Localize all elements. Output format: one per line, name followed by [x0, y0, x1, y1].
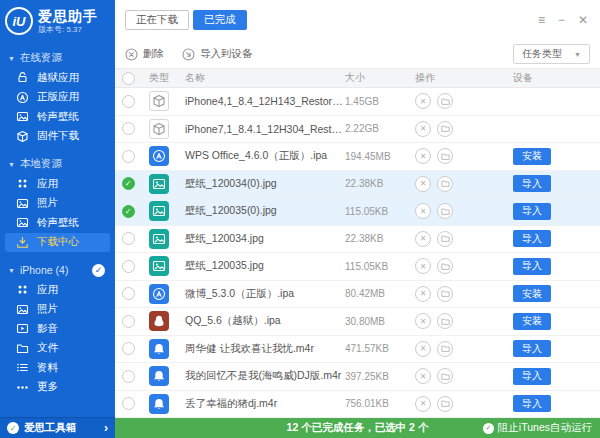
- import-to-device-button[interactable]: 导入到设备: [182, 47, 253, 61]
- filetype-jpg-icon: [149, 174, 169, 194]
- row-checkbox[interactable]: [122, 122, 135, 135]
- close-icon[interactable]: ✕: [578, 14, 588, 26]
- file-size: 194.45MB: [345, 151, 415, 162]
- delete-task-button[interactable]: ✕: [415, 176, 431, 192]
- file-size: 22.38KB: [345, 233, 415, 244]
- table-body: iPhone4,1_8.4_12H143_Restore.ipsw1.45GB✕…: [115, 88, 600, 418]
- sidebar-item-wallpaper[interactable]: 铃声壁纸: [5, 213, 110, 233]
- sidebar-item-apps-grid[interactable]: 应用: [5, 174, 110, 194]
- row-checkbox[interactable]: [122, 315, 135, 328]
- table-row: 微博_5.3.0（正版）.ipa80.42MB✕安装: [115, 281, 600, 309]
- file-name: 壁纸_120034(0).jpg: [177, 177, 345, 191]
- sidebar-item-wallpaper[interactable]: 铃声壁纸: [5, 107, 110, 127]
- delete-task-button[interactable]: ✕: [415, 148, 431, 164]
- delete-task-button[interactable]: ✕: [415, 258, 431, 274]
- delete-task-button[interactable]: ✕: [415, 203, 431, 219]
- row-checkbox[interactable]: [122, 370, 135, 383]
- delete-task-button[interactable]: ✕: [415, 286, 431, 302]
- row-checkbox[interactable]: ✓: [122, 177, 135, 190]
- sidebar-section-header[interactable]: ▼本地资源: [0, 154, 115, 174]
- menu-icon[interactable]: ≡: [538, 14, 545, 26]
- table-row: iPhone4,1_8.4_12H143_Restore.ipsw1.45GB✕: [115, 88, 600, 116]
- filetype-qq-icon: [149, 311, 169, 331]
- toolbox-button[interactable]: ✓ 爱思工具箱 ›: [0, 417, 115, 438]
- install-button[interactable]: 安装: [513, 285, 551, 302]
- sidebar-item-label: 应用: [37, 283, 58, 297]
- table-row: 壁纸_120034.jpg22.38KB✕导入: [115, 226, 600, 254]
- sidebar-item-appstore[interactable]: 正版应用: [5, 88, 110, 108]
- delete-task-button[interactable]: ✕: [415, 231, 431, 247]
- row-checkbox[interactable]: ✓: [122, 205, 135, 218]
- sidebar-item-media[interactable]: 影音: [5, 319, 110, 339]
- wallpaper-icon: [16, 110, 29, 123]
- block-itunes-toggle[interactable]: ✓ 阻止iTunes自动运行: [483, 421, 592, 435]
- import-button[interactable]: 导入: [513, 368, 551, 385]
- table-row: 我的回忆不是我(海鸣威)DJ版.m4r397.25KB✕导入: [115, 363, 600, 391]
- import-button[interactable]: 导入: [513, 175, 551, 192]
- row-checkbox[interactable]: [122, 260, 135, 273]
- app-titles: 爱思助手 版本号: 5.37: [38, 8, 98, 34]
- open-folder-button[interactable]: [437, 368, 453, 384]
- open-folder-button[interactable]: [437, 258, 453, 274]
- open-folder-button[interactable]: [437, 148, 453, 164]
- open-folder-button[interactable]: [437, 396, 453, 412]
- task-type-dropdown[interactable]: 任务类型 ▼: [513, 44, 590, 64]
- import-button[interactable]: 导入: [513, 203, 551, 220]
- open-folder-button[interactable]: [437, 341, 453, 357]
- sidebar-item-jailbreak[interactable]: 越狱应用: [5, 68, 110, 88]
- open-folder-button[interactable]: [437, 203, 453, 219]
- file-name: 壁纸_120035(0).jpg: [177, 204, 345, 218]
- task-type-label: 任务类型: [522, 47, 562, 61]
- sidebar-item-download[interactable]: 下载中心: [5, 233, 110, 253]
- delete-task-button[interactable]: ✕: [415, 313, 431, 329]
- sidebar-section-header[interactable]: ▼在线资源: [0, 48, 115, 68]
- import-button[interactable]: 导入: [513, 230, 551, 247]
- filetype-jpg-icon: [149, 201, 169, 221]
- open-folder-button[interactable]: [437, 121, 453, 137]
- sidebar-item-files[interactable]: 文件: [5, 339, 110, 359]
- table-row: QQ_5.6（越狱）.ipa30.80MB✕安装: [115, 308, 600, 336]
- sidebar-item-photos[interactable]: 照片: [5, 300, 110, 320]
- sidebar-section-header[interactable]: ▼iPhone (4)✓: [0, 260, 115, 280]
- row-checkbox[interactable]: [122, 95, 135, 108]
- file-size: 756.01KB: [345, 398, 415, 409]
- open-folder-button[interactable]: [437, 313, 453, 329]
- open-folder-button[interactable]: [437, 286, 453, 302]
- sidebar-item-data[interactable]: 资料: [5, 358, 110, 378]
- sidebar-item-firmware[interactable]: 固件下载: [5, 127, 110, 147]
- row-checkbox[interactable]: [122, 287, 135, 300]
- open-folder-button[interactable]: [437, 231, 453, 247]
- row-checkbox[interactable]: [122, 342, 135, 355]
- row-checkbox[interactable]: [122, 150, 135, 163]
- check-circle-icon: ✓: [7, 422, 19, 434]
- tab-completed[interactable]: 已完成: [193, 10, 247, 30]
- sidebar-item-apps-grid[interactable]: 应用: [5, 280, 110, 300]
- delete-task-button[interactable]: ✕: [415, 368, 431, 384]
- delete-task-button[interactable]: ✕: [415, 93, 431, 109]
- import-button[interactable]: 导入: [513, 258, 551, 275]
- install-button[interactable]: 安装: [513, 313, 551, 330]
- file-name: 我的回忆不是我(海鸣威)DJ版.m4r: [177, 369, 345, 383]
- sidebar-item-more[interactable]: 更多: [5, 378, 110, 398]
- sidebar-item-photos[interactable]: 照片: [5, 194, 110, 214]
- open-folder-button[interactable]: [437, 176, 453, 192]
- tab-downloading[interactable]: 正在下载: [125, 10, 189, 30]
- import-button[interactable]: 导入: [513, 340, 551, 357]
- section-title: iPhone (4): [20, 264, 68, 276]
- topbar: 正在下载 已完成 ≡−✕: [115, 0, 600, 40]
- select-all-checkbox[interactable]: [122, 72, 135, 85]
- row-checkbox[interactable]: [122, 397, 135, 410]
- delete-task-button[interactable]: ✕: [415, 121, 431, 137]
- delete-button[interactable]: 删除: [125, 47, 164, 61]
- column-header: 类型: [141, 71, 177, 85]
- table-row: WPS Office_4.6.0（正版）.ipa194.45MB✕安装: [115, 143, 600, 171]
- device-connected-badge-icon: ✓: [92, 264, 105, 277]
- open-folder-button[interactable]: [437, 93, 453, 109]
- install-button[interactable]: 安装: [513, 148, 551, 165]
- import-button[interactable]: 导入: [513, 395, 551, 412]
- delete-task-button[interactable]: ✕: [415, 341, 431, 357]
- minimize-icon[interactable]: −: [558, 14, 565, 26]
- row-checkbox[interactable]: [122, 232, 135, 245]
- data-icon: [16, 361, 29, 374]
- delete-task-button[interactable]: ✕: [415, 396, 431, 412]
